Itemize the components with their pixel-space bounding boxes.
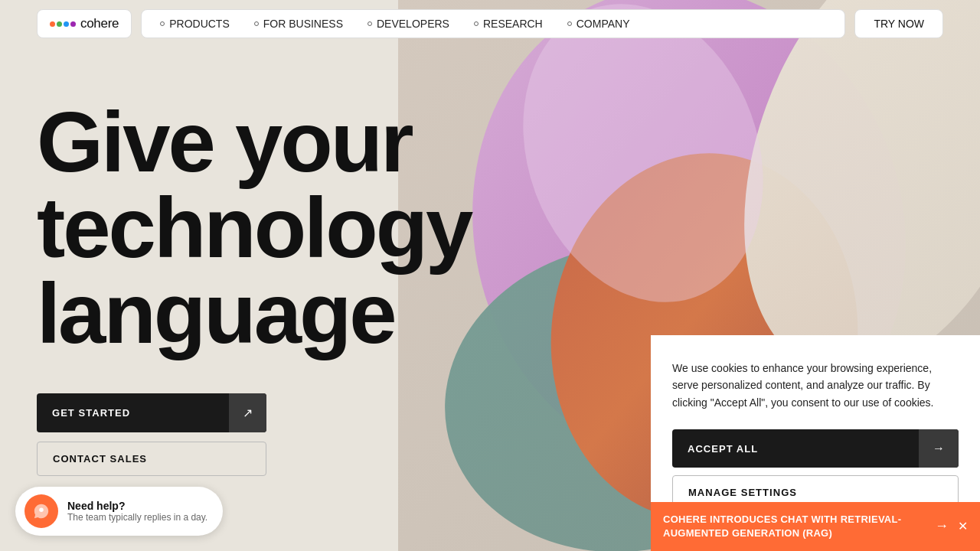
- accept-all-arrow-icon: →: [919, 429, 959, 468]
- nav-dot-icon: [567, 21, 572, 26]
- nav-research[interactable]: RESEARCH: [462, 10, 555, 37]
- nav-products[interactable]: PRODUCTS: [148, 10, 242, 37]
- logo-dot-orange: [50, 21, 55, 27]
- logo[interactable]: cohere: [37, 9, 132, 38]
- nav-dot-icon: [474, 21, 479, 26]
- rag-arrow-icon[interactable]: →: [935, 518, 949, 534]
- logo-dot-blue: [64, 21, 69, 27]
- rag-text: COHERE INTRODUCES CHAT WITH RETRIEVAL-AU…: [663, 513, 935, 540]
- chat-text: Need help? The team typically replies in…: [67, 500, 207, 523]
- logo-text: cohere: [80, 16, 119, 31]
- nav-dot-icon: [368, 21, 372, 26]
- chat-icon: [24, 494, 58, 528]
- accept-all-button[interactable]: ACCEPT ALL →: [672, 429, 959, 468]
- hero-content: Give your technology language GET STARTE…: [37, 99, 471, 476]
- logo-dot-purple: [70, 21, 76, 27]
- nav-company[interactable]: COMPANY: [555, 10, 642, 37]
- hero-title: Give your technology language: [37, 99, 471, 357]
- get-started-arrow-icon: ↗: [229, 393, 266, 432]
- nav-dot-icon: [254, 21, 259, 26]
- nav-for-business[interactable]: FOR BUSINESS: [242, 10, 355, 37]
- rag-notification-bar: COHERE INTRODUCES CHAT WITH RETRIEVAL-AU…: [651, 502, 980, 551]
- chat-widget[interactable]: Need help? The team typically replies in…: [15, 487, 223, 536]
- hero-buttons: GET STARTED ↗ CONTACT SALES: [37, 393, 471, 476]
- nav-developers[interactable]: DEVELOPERS: [355, 10, 462, 37]
- cookie-banner: We use cookies to enhance your browsing …: [651, 335, 980, 510]
- try-now-button[interactable]: TRY NOW: [854, 9, 943, 38]
- logo-dot-green: [57, 21, 62, 27]
- get-started-button[interactable]: GET STARTED ↗: [37, 393, 266, 432]
- contact-sales-button[interactable]: CONTACT SALES: [37, 442, 266, 476]
- rag-close-icon[interactable]: ✕: [958, 519, 968, 533]
- navbar: cohere PRODUCTS FOR BUSINESS DEVELOPERS …: [37, 9, 943, 38]
- nav-links: PRODUCTS FOR BUSINESS DEVELOPERS RESEARC…: [141, 9, 845, 38]
- cookie-text: We use cookies to enhance your browsing …: [672, 360, 959, 411]
- logo-dots: [50, 21, 76, 27]
- nav-dot-icon: [160, 21, 165, 26]
